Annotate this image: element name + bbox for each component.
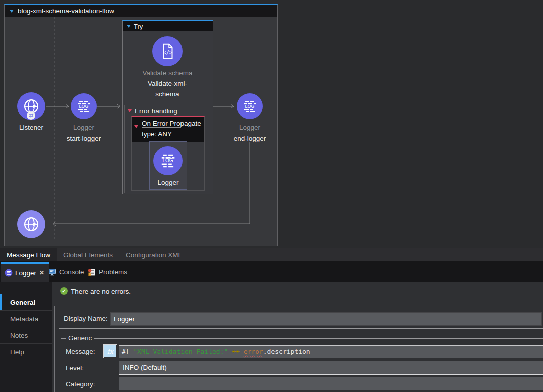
start-logger-type-label: Logger — [63, 124, 105, 131]
tab-message-flow[interactable]: Message Flow — [0, 248, 57, 261]
close-tab-icon[interactable]: ✕ — [39, 269, 44, 276]
expression-member: .description — [263, 348, 310, 355]
expression-operator: ++ — [228, 348, 243, 355]
generic-group-legend: Generic — [66, 334, 94, 342]
sidebar-item-metadata[interactable]: Metadata — [0, 310, 52, 327]
tab-problems-label: Problems — [99, 268, 127, 276]
problems-icon — [88, 268, 96, 276]
collapse-error-handling-icon[interactable] — [128, 109, 132, 112]
fx-expression-button[interactable]: fx — [104, 345, 117, 358]
console-icon — [48, 268, 56, 276]
message-expression-input[interactable]: #[ "XML Validation Failed:" ++ error.des… — [119, 345, 543, 358]
end-logger-type-label: Logger — [229, 124, 271, 131]
on-error-title: On Error Propagate — [142, 120, 201, 128]
svg-text:</>: </> — [163, 49, 173, 55]
end-logger-name-label: end-logger — [225, 135, 275, 142]
logger-icon: LOG — [241, 97, 259, 115]
display-name-label: Display Name: — [64, 315, 108, 322]
listener-label: Listener — [7, 124, 55, 131]
error-logger-node[interactable]: LOG — [153, 146, 183, 175]
flow-title: blog-xml-schema-validation-flow — [18, 7, 114, 15]
flow-canvas[interactable]: blog-xml-schema-validation-flow ⇄ Listen… — [0, 0, 543, 248]
error-logger-label: Logger — [149, 179, 187, 186]
editor-tabbar: Message Flow Global Elements Configurati… — [0, 248, 543, 261]
error-handling-title: Error handling — [135, 107, 177, 115]
svg-text:LOG: LOG — [245, 104, 254, 109]
level-combo[interactable]: INFO (Default) — [119, 361, 543, 375]
expression-open: #[ — [122, 348, 133, 355]
category-input[interactable] — [119, 377, 543, 390]
validate-name-line2: schema — [130, 90, 205, 98]
collapse-try-icon[interactable] — [127, 25, 131, 28]
tab-message-flow-label: Message Flow — [7, 251, 50, 259]
tab-console-label: Console — [59, 268, 84, 276]
collapse-on-error-icon[interactable] — [134, 125, 138, 128]
tab-global-elements-label: Global Elements — [63, 251, 113, 259]
globe-icon — [22, 215, 40, 233]
error-handling-header[interactable]: Error handling — [125, 105, 211, 116]
display-name-input[interactable] — [110, 312, 542, 326]
try-titlebar[interactable]: Try — [123, 21, 213, 31]
tab-console[interactable]: Console — [48, 262, 84, 282]
tab-problems[interactable]: Problems — [88, 262, 127, 282]
message-label: Message: — [66, 348, 95, 355]
sidebar-item-notes[interactable]: Notes — [0, 327, 52, 343]
validate-schema-node[interactable]: </> — [152, 36, 183, 66]
flow-titlebar[interactable]: blog-xml-schema-validation-flow — [5, 5, 277, 17]
anypoint-studio-window: blog-xml-schema-validation-flow ⇄ Listen… — [0, 0, 543, 392]
validate-name-line1: Validate-xml- — [130, 80, 205, 87]
on-error-propagate-header[interactable]: On Error Propagate type: ANY — [132, 117, 204, 142]
logger-icon: LOG — [75, 97, 93, 115]
status-message: There are no errors. — [71, 288, 131, 295]
tab-logger-label: Logger — [15, 269, 36, 277]
end-logger-node[interactable]: LOG — [237, 93, 263, 119]
start-logger-node[interactable]: LOG — [71, 93, 97, 119]
sidebar-item-general[interactable]: General — [0, 294, 52, 310]
tab-global-elements[interactable]: Global Elements — [57, 248, 119, 261]
tab-configuration-xml-label: Configuration XML — [126, 251, 182, 259]
svg-text:LOG: LOG — [79, 104, 88, 109]
on-error-subtitle: type: ANY — [142, 129, 202, 139]
properties-sidebar: General Metadata Notes Help — [0, 282, 52, 392]
listener-response-node[interactable] — [17, 210, 45, 238]
start-logger-name-label: start-logger — [57, 135, 111, 142]
logger-tab-icon — [5, 269, 13, 277]
expression-identifier: error — [244, 348, 263, 355]
properties-scrollbar[interactable] — [54, 306, 57, 392]
category-label: Category: — [66, 380, 95, 388]
collapse-flow-icon[interactable] — [10, 10, 14, 13]
validate-type-label: Validate schema — [130, 69, 205, 77]
validate-document-icon: </> — [158, 42, 177, 61]
tab-logger[interactable]: Logger ✕ — [1, 262, 49, 282]
svg-text:LOG: LOG — [162, 158, 173, 163]
level-label: Level: — [66, 364, 84, 372]
listener-response-badge[interactable]: ⇄ — [27, 111, 35, 120]
view-tabbar: Logger ✕ Console Problems — [0, 261, 543, 282]
try-title: Try — [134, 23, 143, 30]
tab-configuration-xml[interactable]: Configuration XML — [119, 248, 189, 261]
expression-string: "XML Validation Failed:" — [133, 348, 228, 355]
sidebar-item-help[interactable]: Help — [0, 343, 52, 360]
no-errors-check-icon: ✓ — [60, 287, 68, 295]
logger-icon: LOG — [158, 151, 178, 171]
